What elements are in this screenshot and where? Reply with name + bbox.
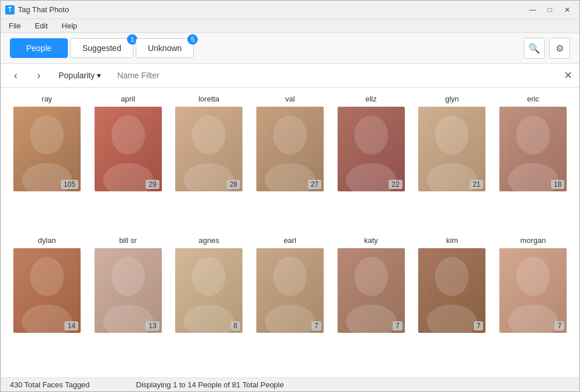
- app-title: Tag That Photo: [18, 5, 69, 14]
- forward-arrow-button[interactable]: ›: [31, 67, 47, 84]
- menu-file[interactable]: File: [5, 20, 24, 31]
- face-photo-earl: [256, 248, 324, 333]
- svg-point-24: [435, 257, 469, 296]
- photo-count-kim: 7: [474, 321, 484, 331]
- photo-count-billsr: 13: [146, 321, 159, 331]
- svg-point-10: [435, 115, 469, 155]
- photo-count-loretta: 28: [227, 180, 240, 189]
- maximize-button[interactable]: □: [542, 4, 557, 16]
- svg-point-18: [192, 257, 226, 296]
- photo-wrapper-dylan: 14: [12, 247, 82, 334]
- person-card-earl[interactable]: earl7: [253, 236, 327, 371]
- back-arrow-button[interactable]: ‹: [8, 67, 24, 84]
- person-card-agnes[interactable]: agnes8: [172, 236, 246, 371]
- photo-count-april: 29: [146, 180, 159, 189]
- person-name-earl: earl: [284, 236, 296, 245]
- person-card-april[interactable]: april29: [91, 95, 165, 229]
- photo-count-agnes: 8: [231, 321, 241, 331]
- photo-count-morgan: 7: [554, 321, 564, 331]
- filter-close-icon[interactable]: ✕: [564, 69, 572, 82]
- sort-dropdown[interactable]: Popularity ▾: [54, 68, 106, 82]
- svg-point-8: [354, 115, 388, 155]
- person-name-ray: ray: [42, 95, 52, 103]
- person-card-eliz[interactable]: eliz22: [334, 95, 408, 229]
- svg-point-14: [30, 257, 64, 296]
- person-card-loretta[interactable]: loretta28: [172, 95, 246, 229]
- svg-point-12: [516, 115, 550, 155]
- face-photo-kim: [418, 248, 485, 333]
- photo-wrapper-katy: 7: [336, 247, 406, 334]
- photo-wrapper-earl: 7: [255, 247, 325, 334]
- person-name-glyn: glyn: [445, 95, 459, 103]
- minimize-button[interactable]: —: [525, 4, 540, 16]
- person-name-eliz: eliz: [365, 95, 377, 103]
- person-card-kim[interactable]: kim7: [415, 236, 490, 371]
- menu-bar: File Edit Help: [1, 19, 579, 33]
- person-name-agnes: agnes: [199, 236, 219, 245]
- sort-label: Popularity: [59, 71, 95, 80]
- displaying-label: Displaying 1 to 14 People of 81 Total Pe…: [136, 380, 284, 389]
- face-photo-glyn: [418, 107, 485, 191]
- svg-point-20: [273, 257, 307, 296]
- face-photo-dylan: [13, 248, 81, 333]
- name-filter-input[interactable]: [113, 68, 557, 82]
- svg-point-0: [30, 115, 64, 155]
- person-card-eric[interactable]: eric18: [496, 95, 570, 229]
- photo-wrapper-ray: 105: [12, 106, 82, 193]
- photo-count-dylan: 14: [64, 321, 78, 331]
- face-photo-morgan: [499, 248, 567, 333]
- photo-wrapper-eliz: 22: [336, 106, 406, 193]
- photo-wrapper-billsr: 13: [93, 247, 163, 334]
- person-name-eric: eric: [527, 95, 539, 103]
- svg-point-4: [192, 115, 226, 155]
- photo-wrapper-kim: 7: [417, 247, 487, 334]
- person-name-val: val: [285, 95, 295, 103]
- svg-point-23: [346, 304, 396, 333]
- svg-point-26: [516, 257, 550, 296]
- tab-unknown[interactable]: Unknown 5: [136, 38, 194, 58]
- photo-wrapper-glyn: 21: [417, 106, 487, 193]
- settings-button[interactable]: ⚙: [549, 38, 570, 59]
- photo-wrapper-morgan: 7: [498, 247, 568, 334]
- person-card-morgan[interactable]: morgan7: [496, 236, 570, 371]
- person-card-billsr[interactable]: bill sr13: [91, 236, 165, 371]
- people-grid: ray105april29loretta28val27eliz22glyn21e…: [1, 88, 579, 378]
- person-card-dylan[interactable]: dylan14: [10, 236, 84, 371]
- person-name-kim: kim: [446, 236, 458, 245]
- person-name-dylan: dylan: [38, 236, 56, 245]
- close-button[interactable]: ✕: [560, 4, 575, 16]
- total-faces-label: 430 Total Faces Tagged: [10, 380, 90, 389]
- face-photo-agnes: [175, 248, 242, 333]
- tab-suggested[interactable]: Suggested 1: [70, 38, 133, 58]
- photo-wrapper-agnes: 8: [174, 247, 244, 334]
- top-nav: People Suggested 1 Unknown 5 🔍 ⚙: [1, 33, 579, 64]
- title-bar-left: T Tag That Photo: [5, 5, 69, 14]
- svg-point-2: [111, 115, 145, 155]
- person-card-katy[interactable]: katy7: [334, 236, 408, 371]
- photo-count-katy: 7: [393, 321, 403, 331]
- face-photo-katy: [338, 248, 405, 333]
- svg-point-19: [184, 304, 234, 333]
- search-button[interactable]: 🔍: [524, 38, 545, 59]
- title-bar: T Tag That Photo — □ ✕: [1, 1, 579, 19]
- photo-count-val: 27: [308, 180, 321, 189]
- person-card-val[interactable]: val27: [253, 95, 327, 229]
- face-photo-april: [95, 107, 162, 191]
- title-bar-controls: — □ ✕: [525, 4, 575, 16]
- photo-count-eric: 18: [551, 180, 564, 189]
- person-name-billsr: bill sr: [119, 236, 136, 245]
- photo-wrapper-eric: 18: [498, 106, 568, 193]
- svg-point-16: [111, 257, 145, 296]
- photo-count-earl: 7: [311, 321, 321, 331]
- person-card-ray[interactable]: ray105: [10, 95, 84, 229]
- face-photo-eliz: [338, 107, 405, 191]
- face-photo-val: [256, 107, 324, 191]
- tab-people[interactable]: People: [10, 38, 68, 58]
- photo-count-glyn: 21: [470, 180, 483, 189]
- menu-help[interactable]: Help: [58, 20, 81, 31]
- svg-point-6: [273, 115, 307, 155]
- menu-edit[interactable]: Edit: [31, 20, 51, 31]
- status-bar: 430 Total Faces Tagged Displaying 1 to 1…: [1, 378, 579, 391]
- person-card-glyn[interactable]: glyn21: [415, 95, 490, 229]
- person-name-loretta: loretta: [198, 95, 219, 103]
